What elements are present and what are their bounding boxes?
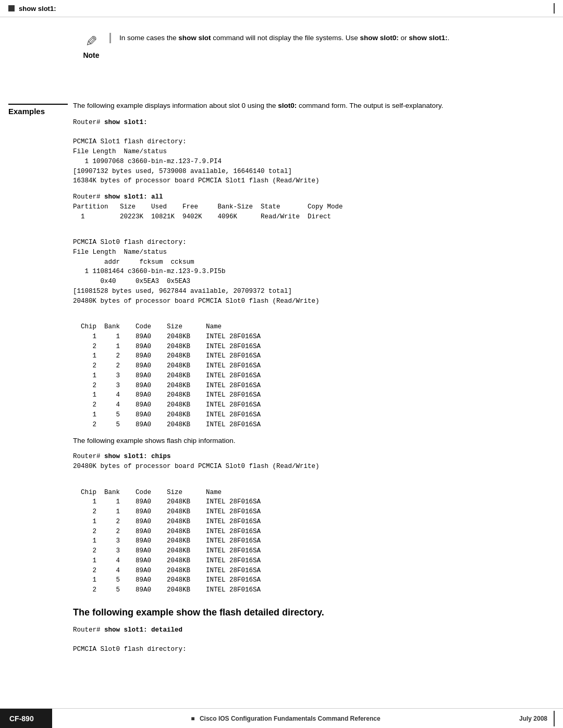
- main-content: ✎ Note In some cases the show slot comma…: [0, 17, 563, 101]
- cmd-show-slot1-all: show slot1: all: [104, 193, 163, 201]
- following-flash-text: The following example shows flash chip i…: [73, 436, 547, 447]
- square-icon: [8, 5, 15, 11]
- top-bar-label: show slot1:: [19, 5, 56, 13]
- footer: CF-890 ■ Cisco IOS Configuration Fundame…: [0, 708, 563, 728]
- chip-table-1: Chip Bank Code Size Name 1 1 89A0 2048KB…: [73, 312, 547, 429]
- code-block-4: Router# show slot1: chips 20480K bytes o…: [73, 452, 547, 472]
- code-block-2: Router# show slot1: all Partition Size U…: [73, 192, 547, 221]
- note-bold-show-slot: show slot: [178, 34, 211, 42]
- right-column: ✎ Note In some cases the show slot comma…: [68, 17, 563, 101]
- chip-table-2: Chip Bank Code Size Name 1 1 89A0 2048KB…: [73, 478, 547, 595]
- detailed-heading: The following example show the flash det…: [73, 606, 547, 620]
- top-bar-right-border: [554, 3, 555, 14]
- code-block-1: Router# show slot1: PCMCIA Slot1 flash d…: [73, 118, 547, 186]
- footer-icon: ■: [191, 715, 194, 722]
- footer-title: Cisco IOS Configuration Fundamentals Com…: [200, 715, 381, 722]
- note-icon-area: ✎ Note: [73, 33, 109, 59]
- intro-bold-slot0: slot0:: [278, 102, 297, 109]
- code-block-3: PCMCIA Slot0 flash directory: File Lengt…: [73, 228, 547, 306]
- note-text: In some cases the show slot command will…: [109, 33, 547, 43]
- pencil-icon: ✎: [85, 33, 97, 50]
- footer-center-text: ■ Cisco IOS Configuration Fundamentals C…: [52, 715, 519, 722]
- note-bold-slot1: show slot1:: [409, 34, 447, 42]
- examples-section: Examples The following example displays …: [0, 101, 563, 698]
- examples-left-col: Examples: [0, 101, 68, 698]
- footer-right-border: [554, 711, 555, 726]
- cmd-show-slot1: show slot1:: [104, 119, 148, 126]
- note-label: Note: [83, 51, 99, 59]
- examples-main-col: The following example displays informati…: [68, 101, 563, 698]
- footer-page-id: CF-890: [0, 709, 52, 728]
- intro-paragraph: The following example displays informati…: [73, 101, 547, 112]
- examples-label: Examples: [8, 104, 68, 116]
- footer-date-text: July 2008: [519, 715, 547, 722]
- note-section: ✎ Note In some cases the show slot comma…: [73, 28, 547, 65]
- top-bar: show slot1:: [0, 0, 563, 17]
- footer-date: July 2008: [519, 711, 563, 726]
- cmd-show-slot1-chips: show slot1: chips: [104, 453, 171, 460]
- note-bold-slot0: show slot0:: [360, 34, 398, 42]
- cmd-show-slot1-detailed: show slot1: detailed: [104, 626, 182, 634]
- left-column: [0, 17, 68, 101]
- code-block-5: Router# show slot1: detailed PCMCIA Slot…: [73, 625, 547, 655]
